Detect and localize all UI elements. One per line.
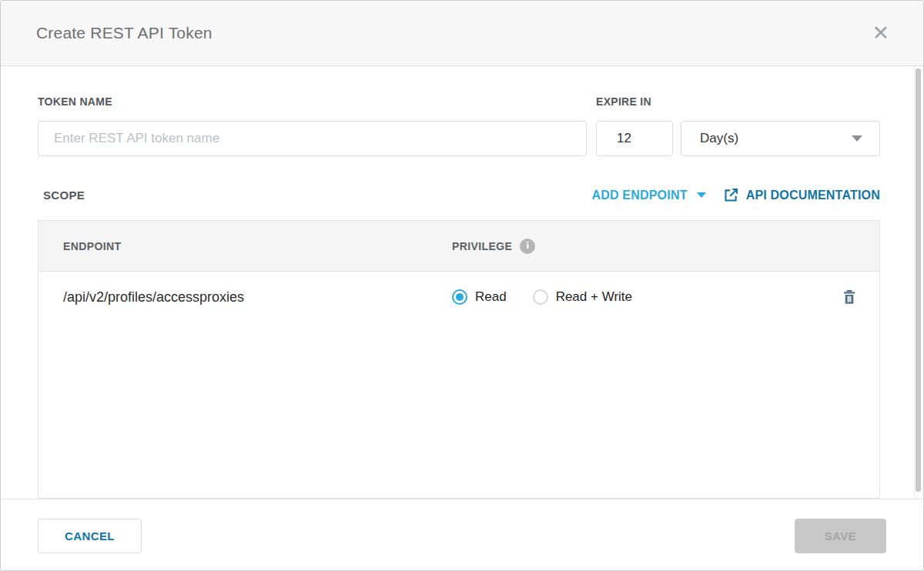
expire-unit-value: Day(s) <box>700 131 738 146</box>
radio-circle-icon <box>533 289 548 305</box>
scope-table: ENDPOINT PRIVILEGE i /api/v2/profiles/ac… <box>38 220 880 499</box>
endpoint-path: /api/v2/profiles/accessproxies <box>38 289 452 306</box>
cancel-button[interactable]: CANCEL <box>38 519 142 553</box>
endpoint-row: /api/v2/profiles/accessproxies Read Read… <box>38 272 879 322</box>
add-endpoint-label: ADD ENDPOINT <box>591 189 687 202</box>
scope-table-header: ENDPOINT PRIVILEGE i <box>38 221 879 272</box>
create-rest-api-token-dialog: Create REST API Token ✕ TOKEN NAME EXPIR… <box>0 0 924 571</box>
radio-circle-icon <box>452 289 467 305</box>
dialog-header: Create REST API Token ✕ <box>1 1 923 66</box>
dialog-title: Create REST API Token <box>36 24 213 42</box>
dialog-footer: CANCEL SAVE <box>1 499 923 571</box>
radio-read-write-label: Read + Write <box>556 289 632 305</box>
delete-endpoint-button[interactable] <box>842 289 856 305</box>
radio-read-label: Read <box>475 289 507 305</box>
privilege-column-header: PRIVILEGE i <box>452 239 825 254</box>
privilege-radio-group: Read Read + Write <box>452 289 825 305</box>
token-name-label: TOKEN NAME <box>38 95 587 108</box>
token-name-group: TOKEN NAME <box>38 95 587 156</box>
expire-in-group: EXPIRE IN Day(s) <box>596 95 880 156</box>
dialog-body: TOKEN NAME EXPIRE IN Day(s) SCOPE ADD EN… <box>1 66 923 499</box>
save-button[interactable]: SAVE <box>795 519 886 553</box>
token-name-input[interactable] <box>38 121 587 156</box>
scope-label: SCOPE <box>43 189 85 202</box>
radio-read-write[interactable]: Read + Write <box>533 289 632 305</box>
api-documentation-label: API DOCUMENTATION <box>746 189 880 202</box>
external-link-icon <box>723 187 739 203</box>
expire-unit-select[interactable]: Day(s) <box>681 121 880 156</box>
chevron-down-icon <box>852 135 862 142</box>
info-icon[interactable]: i <box>520 239 535 254</box>
add-endpoint-button[interactable]: ADD ENDPOINT <box>591 189 705 202</box>
close-icon[interactable]: ✕ <box>865 20 896 47</box>
expire-in-label: EXPIRE IN <box>596 95 880 108</box>
privilege-header-label: PRIVILEGE <box>452 240 512 252</box>
endpoint-column-header: ENDPOINT <box>38 240 452 252</box>
vertical-scrollbar-thumb[interactable] <box>916 68 921 492</box>
radio-read[interactable]: Read <box>452 289 507 305</box>
trash-icon <box>842 289 856 305</box>
api-documentation-link[interactable]: API DOCUMENTATION <box>723 187 880 203</box>
chevron-down-icon <box>697 192 706 198</box>
expire-value-input[interactable] <box>596 121 673 156</box>
vertical-scrollbar-track <box>914 67 922 498</box>
